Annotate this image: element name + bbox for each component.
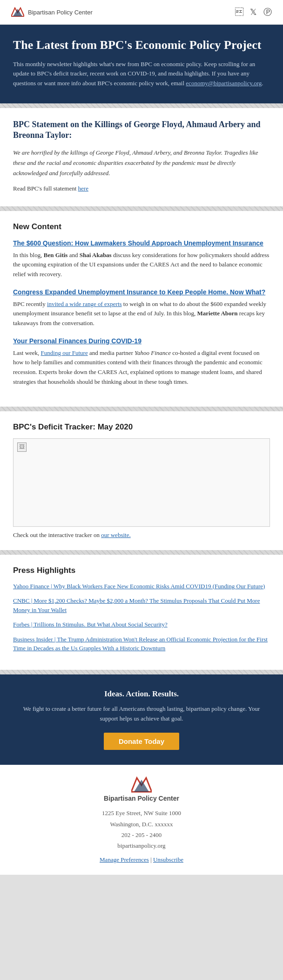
footer-address: 1225 Eye Street, NW Suite 1000 Washingto… (13, 808, 270, 851)
footer-cta-body: We fight to create a better future for a… (19, 704, 264, 724)
content-body-3: Last week, Funding our Future and media … (13, 348, 270, 387)
hero-body: This monthly newsletter highlights what'… (13, 60, 270, 88)
content-body-1: In this blog, Ben Gitis and Shai Akabas … (13, 251, 270, 279)
press-link-3[interactable]: Forbes | Trillions In Stimulus. But What… (13, 620, 270, 629)
donate-button[interactable]: Donate Today (104, 733, 179, 750)
press-section: Press Highlights Yahoo Finance | Why Bla… (0, 555, 283, 670)
footer-address-line1: 1225 Eye Street, NW Suite 1000 (13, 808, 270, 818)
facebook-icon[interactable]:  (235, 7, 243, 17)
statement-read-label: Read BPC's full statement (13, 185, 78, 192)
header: Bipartisan Policy Center  𝕏 Ⓟ (0, 0, 283, 25)
footer-cta-section: Ideas. Action. Results. We fight to crea… (0, 674, 283, 765)
logo-text: Bipartisan Policy Center (28, 9, 93, 16)
footer-phone: 202 - 205 - 2400 (13, 830, 270, 840)
new-content-section: New Content The $600 Question: How Lawma… (0, 211, 283, 407)
content-link-2[interactable]: Congress Expanded Unemployment Insurance… (13, 288, 270, 297)
footer-separator: | (149, 856, 153, 863)
stripe-divider-3 (0, 407, 283, 411)
content-item-2: Congress Expanded Unemployment Insurance… (13, 288, 270, 328)
footer-cta-title: Ideas. Action. Results. (19, 689, 264, 699)
stripe-divider-5 (0, 670, 283, 674)
content-link-3[interactable]: Your Personal Finances During COVID-19 (13, 337, 270, 346)
tracker-title: BPC's Deficit Tracker: May 2020 (13, 422, 270, 432)
manage-preferences-link[interactable]: Manage Preferences (100, 856, 149, 863)
stripe-divider-1 (0, 103, 283, 108)
tracker-caption-text: Check out the interactive tracker on (13, 531, 101, 538)
press-link-1[interactable]: Yahoo Finance | Why Black Workers Face N… (13, 582, 270, 591)
hero-email-link[interactable]: economy@bipartisanpolicy.org (186, 80, 262, 87)
footer-bpc-logo-icon (131, 776, 152, 793)
tracker-section: BPC's Deficit Tracker: May 2020 🖼 Check … (0, 411, 283, 550)
instagram-icon[interactable]: Ⓟ (263, 7, 272, 18)
statement-read-link[interactable]: here (78, 185, 88, 192)
social-icons:  𝕏 Ⓟ (235, 7, 272, 18)
statement-read: Read BPC's full statement here (13, 185, 270, 192)
press-link-4[interactable]: Business Insider | The Trump Administrat… (13, 635, 270, 653)
content-item-1: The $600 Question: How Lawmakers Should … (13, 239, 270, 279)
statement-title: BPC Statement on the Killings of George … (13, 119, 270, 141)
footer-logo-text: Bipartisan Policy Center (104, 795, 179, 802)
footer-address-line2: Washington, D.C. xxxxxx (13, 819, 270, 830)
footer-info-section: Bipartisan Policy Center 1225 Eye Street… (0, 765, 283, 875)
stripe-divider-4 (0, 550, 283, 555)
hero-title: The Latest from BPC's Economic Policy Pr… (13, 38, 270, 53)
footer-links: Manage Preferences | Unsubscribe (13, 856, 270, 864)
tracker-caption: Check out the interactive tracker on our… (13, 531, 270, 539)
hero-section: The Latest from BPC's Economic Policy Pr… (0, 25, 283, 103)
content-item-3: Your Personal Finances During COVID-19 L… (13, 337, 270, 387)
content-body-2: BPC recently invited a wide range of exp… (13, 299, 270, 328)
content-inline-link-3a[interactable]: Funding our Future (41, 349, 88, 356)
svg-marker-3 (134, 780, 149, 792)
statement-section: BPC Statement on the Killings of George … (0, 108, 283, 206)
content-link-1[interactable]: The $600 Question: How Lawmakers Should … (13, 239, 270, 248)
twitter-icon[interactable]: 𝕏 (250, 7, 257, 17)
bpc-logo-icon (11, 7, 24, 17)
statement-body: We are horrified by the killings of Geor… (13, 148, 270, 178)
content-inline-link-2[interactable]: invited a wide range of experts (47, 300, 122, 307)
footer-website: bipartisanpolicy.org (13, 840, 270, 851)
broken-image-icon: 🖼 (17, 442, 27, 452)
tracker-image: 🖼 (13, 438, 270, 527)
press-title: Press Highlights (13, 566, 270, 575)
logo: Bipartisan Policy Center (11, 7, 93, 17)
unsubscribe-link[interactable]: Unsubscribe (153, 856, 183, 863)
footer-logo: Bipartisan Policy Center (13, 776, 270, 802)
stripe-divider-2 (0, 206, 283, 211)
press-link-2[interactable]: CNBC | More $1,200 Checks? Maybe $2,000 … (13, 596, 270, 614)
tracker-website-link[interactable]: our website. (101, 531, 131, 538)
new-content-title: New Content (13, 222, 270, 231)
